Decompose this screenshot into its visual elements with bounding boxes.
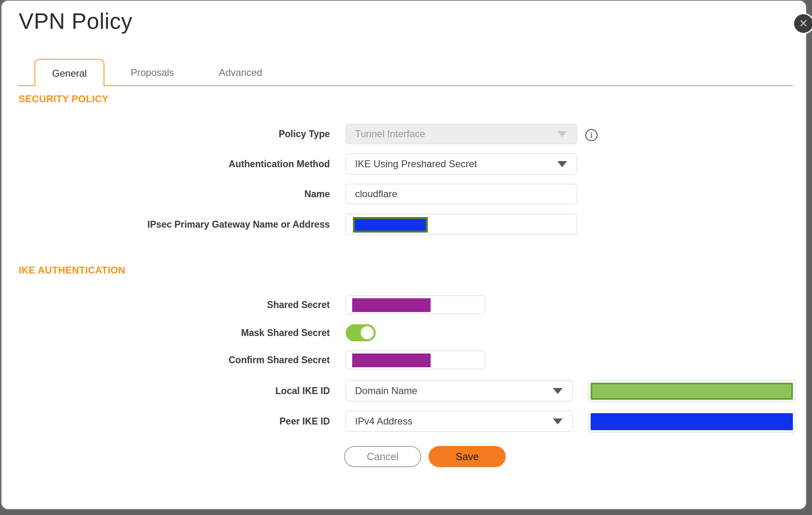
peer-ike-id-label: Peer IKE ID <box>87 411 330 432</box>
tab-proposals[interactable]: Proposals <box>118 59 187 86</box>
mask-shared-secret-toggle[interactable] <box>346 324 376 341</box>
shared-secret-input[interactable] <box>346 295 485 314</box>
gateway-input[interactable] <box>346 214 577 235</box>
cancel-button-label: Cancel <box>367 451 398 463</box>
tab-general-label: General <box>52 68 87 79</box>
section-security-policy: SECURITY POLICY <box>19 93 108 105</box>
name-input[interactable]: cloudflare <box>346 184 577 204</box>
policy-type-label: Policy Type <box>87 124 330 144</box>
policy-type-value: Tunnel Interface <box>355 128 425 140</box>
confirm-shared-secret-input[interactable] <box>346 351 485 369</box>
peer-ike-id-select[interactable]: IPv4 Address <box>346 411 573 432</box>
name-value: cloudflare <box>355 188 397 200</box>
authentication-method-label: Authentication Method <box>87 153 330 175</box>
mask-shared-secret-label: Mask Shared Secret <box>87 324 330 341</box>
save-button-label: Save <box>456 451 479 463</box>
cancel-button[interactable]: Cancel <box>344 446 421 467</box>
toggle-knob <box>361 326 374 339</box>
policy-type-select: Tunnel Interface <box>346 124 577 144</box>
tab-proposals-label: Proposals <box>131 67 174 78</box>
close-icon[interactable]: ✕ <box>793 13 812 34</box>
gateway-label: IPsec Primary Gateway Name or Address <box>87 214 330 235</box>
page-title: VPN Policy <box>19 8 132 34</box>
peer-ike-id-value-input[interactable] <box>588 411 795 433</box>
info-icon[interactable]: i <box>585 129 598 141</box>
name-label: Name <box>87 184 330 204</box>
confirm-shared-secret-label: Confirm Shared Secret <box>87 351 330 369</box>
vpn-policy-dialog: VPN Policy General Proposals Advanced SE… <box>1 0 807 510</box>
redacted-peer-ike-id-value <box>591 413 793 430</box>
local-ike-id-type-value: Domain Name <box>355 385 417 396</box>
save-button[interactable]: Save <box>429 446 506 467</box>
chevron-down-icon <box>553 418 563 424</box>
chevron-down-icon <box>557 131 567 137</box>
chevron-down-icon <box>553 388 563 394</box>
tab-advanced[interactable]: Advanced <box>206 59 275 86</box>
redacted-shared-secret-value <box>352 298 431 312</box>
redacted-gateway-value <box>353 217 428 233</box>
local-ike-id-select[interactable]: Domain Name <box>346 380 573 401</box>
local-ike-id-value-input[interactable] <box>588 380 795 402</box>
redacted-confirm-shared-secret-value <box>352 353 431 367</box>
peer-ike-id-type-value: IPv4 Address <box>355 416 412 427</box>
redacted-local-ike-id-value <box>591 383 793 400</box>
tab-advanced-label: Advanced <box>219 67 262 78</box>
authentication-method-value: IKE Using Preshared Secret <box>355 158 477 170</box>
screen-backdrop: VPN Policy General Proposals Advanced SE… <box>0 0 812 515</box>
local-ike-id-label: Local IKE ID <box>87 380 330 401</box>
chevron-down-icon <box>557 161 567 167</box>
shared-secret-label: Shared Secret <box>87 295 330 314</box>
tab-general[interactable]: General <box>35 59 104 86</box>
section-ike-authentication: IKE AUTHENTICATION <box>19 265 126 276</box>
authentication-method-select[interactable]: IKE Using Preshared Secret <box>346 153 577 175</box>
